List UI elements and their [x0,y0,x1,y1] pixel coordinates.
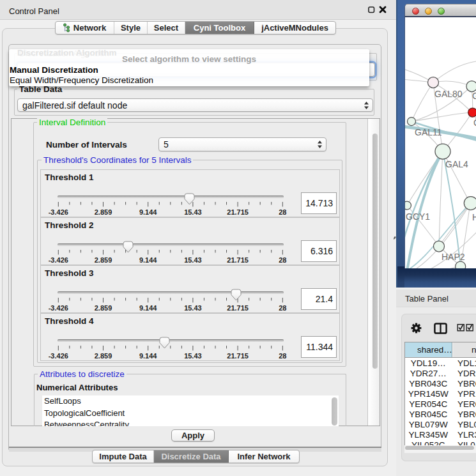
svg-text:-3.426: -3.426 [49,304,68,312]
svg-text:28: 28 [279,352,286,360]
svg-text:21.715: 21.715 [227,304,249,312]
svg-text:21.715: 21.715 [227,352,249,360]
svg-text:9.144: 9.144 [139,304,157,312]
svg-text:GCY1: GCY1 [406,211,430,222]
svg-text:9.144: 9.144 [139,256,157,264]
svg-text:15.43: 15.43 [184,304,202,312]
svg-text:GAL11: GAL11 [415,127,442,137]
svg-text:2.859: 2.859 [95,256,112,264]
svg-text:C: C [473,118,476,128]
svg-text:2.859: 2.859 [95,352,112,360]
svg-text:HAP2: HAP2 [441,252,465,262]
svg-text:GA: GA [472,91,476,101]
svg-text:21.715: 21.715 [227,256,249,264]
svg-text:15.43: 15.43 [184,352,202,360]
svg-text:15.43: 15.43 [184,256,202,264]
svg-text:28: 28 [279,304,286,312]
svg-text:-3.426: -3.426 [49,352,68,360]
svg-text:GAL4: GAL4 [445,159,468,169]
svg-text:-3.426: -3.426 [49,256,68,264]
svg-text:28: 28 [279,256,286,264]
svg-text:2.859: 2.859 [95,208,112,216]
svg-text:GAL80: GAL80 [434,89,463,99]
svg-text:28: 28 [279,208,286,216]
svg-text:H: H [472,212,476,222]
svg-text:15.43: 15.43 [184,208,202,216]
svg-text:21.715: 21.715 [227,208,249,216]
svg-text:-3.426: -3.426 [49,208,68,216]
svg-text:2.859: 2.859 [95,304,112,312]
svg-text:9.144: 9.144 [139,208,157,216]
svg-text:9.144: 9.144 [139,352,157,360]
